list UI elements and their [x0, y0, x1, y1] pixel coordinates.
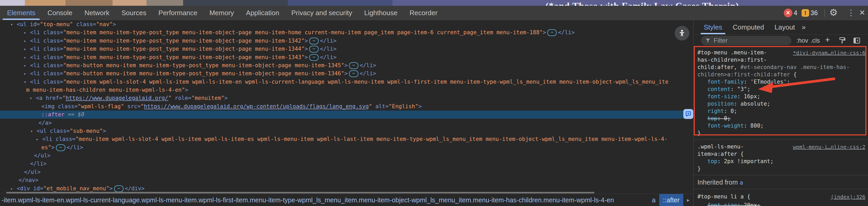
expand-inline-button[interactable]: ⋯ [349, 62, 359, 69]
styles-filter-input[interactable]: Filter [701, 36, 792, 45]
horizontal-scrollbar[interactable] [6, 192, 594, 194]
devtools-tab-performance[interactable]: Performance [153, 6, 204, 20]
dom-tree-row[interactable]: m menu-item-has-children menu-item-wpml-… [0, 86, 693, 94]
devtools-tab-memory[interactable]: Memory [203, 6, 240, 20]
dom-tree-row[interactable]: es">⋯</li> [0, 143, 693, 151]
css-rule[interactable]: *divi-dynam…nline-css:6#top-menu .menu-i… [694, 47, 868, 138]
dom-tree-row[interactable]: </li> [0, 160, 693, 168]
css-selector[interactable]: item>a:after { [698, 150, 865, 158]
toggle-sidebar-icon[interactable] [853, 37, 861, 45]
breadcrumb-anchor-crumb[interactable]: a [652, 194, 656, 206]
dom-tree-row[interactable]: <img class="wpml-ls-flag" src="https://w… [0, 102, 693, 111]
dom-tree-row[interactable]: ▸<li class="menu-item menu-item-type-pos… [0, 29, 693, 37]
css-property[interactable]: font-size: 20px; [698, 201, 865, 206]
devtools-tab-network[interactable]: Network [79, 6, 115, 20]
dom-tree-row[interactable]: ▾<ul id="top-menu" class="nav"> [0, 21, 693, 29]
collapse-arrow-icon[interactable]: ▾ [24, 78, 26, 86]
dom-tree-row[interactable]: ▾<ul class="sub-menu"> [0, 127, 693, 135]
settings-gear-icon[interactable]: ⚙ [829, 7, 838, 18]
expand-arrow-icon[interactable]: ▸ [10, 184, 13, 193]
devtools-tab-application[interactable]: Application [240, 6, 285, 20]
sidebar-tab-layout[interactable]: Layout [769, 20, 800, 35]
more-tabs-chevron-icon[interactable]: » [800, 23, 807, 31]
ai-chat-bubble-icon [685, 111, 692, 117]
breadcrumb-selected-crumb[interactable]: ::after [659, 194, 683, 206]
section-divider [694, 175, 868, 175]
css-property[interactable]: position: absolute; [698, 100, 865, 107]
devtools-tab-elements[interactable]: Elements [1, 6, 41, 20]
dom-tree-row[interactable]: ▸<li class="menu-item menu-item-type-pos… [0, 45, 693, 53]
devtools-tab-console[interactable]: Console [41, 6, 78, 20]
dom-tree-row[interactable]: ▾<li class="menu-item wpml-ls-slot-4 wpm… [0, 78, 693, 86]
dom-tree-row[interactable]: ▸<li class="menu-item menu-item-type-pos… [0, 37, 693, 45]
css-property[interactable]: right: 0; [698, 107, 865, 115]
css-selector[interactable]: children>a:first-child:after { [698, 71, 865, 78]
more-options-icon[interactable]: ⋮ [847, 8, 855, 17]
dom-tree-row[interactable]: </ul> [0, 151, 693, 160]
dom-tree-row[interactable]: ▸<li class="menu-item wpml-ls-slot-4 wpm… [0, 135, 693, 143]
stylesheet-source-link[interactable]: *divi-dynam…nline-css:6 [793, 49, 865, 57]
code-token-link[interactable]: https://www.dupagelegalaid.org/ [66, 95, 168, 101]
expand-inline-button[interactable]: ⋯ [547, 29, 557, 36]
dom-tree-row[interactable]: </a> [0, 119, 693, 127]
css-property[interactable]: font-weight: 800; [698, 122, 865, 129]
expand-arrow-icon[interactable]: ▸ [36, 135, 39, 143]
dom-tree-row[interactable]: </nav> [0, 176, 693, 184]
rendering-paint-icon[interactable] [838, 37, 846, 45]
expand-inline-button[interactable]: ⋯ [349, 70, 359, 77]
css-rule[interactable]: (index):326#top-menu li a {font-size: 20… [694, 190, 868, 206]
css-property[interactable]: top: 2px !important; [698, 158, 865, 165]
close-devtools-icon[interactable]: ✕ [859, 8, 865, 17]
dom-tree-row[interactable]: ▸<li class="menu-button menu-item menu-i… [0, 70, 693, 78]
ai-assistance-button[interactable] [683, 109, 693, 119]
dom-tree-row-selected[interactable]: ::after == $0 [0, 111, 693, 119]
error-count[interactable]: 4 [794, 9, 797, 17]
css-property[interactable]: top: 0; [698, 115, 865, 122]
sidebar-tab-styles[interactable]: Styles [699, 20, 727, 35]
dom-tree-row[interactable]: ▸<li class="menu-button menu-item menu-i… [0, 62, 693, 70]
collapse-arrow-icon[interactable]: ▾ [10, 21, 13, 29]
css-selector[interactable]: child:after, #et-secondary-nav .menu-ite… [698, 64, 865, 71]
stylesheet-source-link[interactable]: (index):326 [831, 193, 865, 201]
expand-arrow-icon[interactable]: ▸ [24, 53, 26, 62]
warning-badge-icon[interactable]: ! [802, 9, 809, 17]
accessibility-widget-icon[interactable] [675, 26, 689, 40]
sidebar-tab-computed[interactable]: Computed [727, 20, 769, 35]
dom-tree-row[interactable]: ▸<li class="menu-item menu-item-type-pos… [0, 53, 693, 62]
error-badge-icon[interactable]: ✕ [784, 9, 793, 17]
expand-inline-button[interactable]: ⋯ [309, 38, 319, 44]
breadcrumb-element-selector[interactable]: -item.wpml-ls-item-en.wpml-ls-current-la… [2, 194, 614, 206]
expand-arrow-icon[interactable]: ▸ [24, 45, 26, 53]
expand-arrow-icon[interactable]: ▸ [24, 70, 26, 78]
new-style-rule-button[interactable]: + [825, 35, 830, 45]
dom-tree-row[interactable]: </ul> [0, 168, 693, 176]
css-property[interactable]: font-family: 'ETmodules'; [698, 78, 865, 85]
expand-arrow-icon[interactable]: ▸ [24, 37, 26, 45]
expand-inline-button[interactable]: ⋯ [309, 54, 319, 61]
css-rule[interactable]: wpml-menu-i…nline-css:2.wpml-ls-menu-ite… [694, 141, 868, 174]
devtools-tab-privacy-and-security[interactable]: Privacy and security [285, 6, 359, 20]
devtools-tab-lighthouse[interactable]: Lighthouse [358, 6, 403, 20]
devtools-tab-recorder[interactable]: Recorder [403, 6, 443, 20]
css-property[interactable]: content: "3"; [698, 85, 865, 93]
expand-arrow-icon[interactable]: ▸ [24, 29, 26, 37]
warning-count[interactable]: 36 [810, 9, 818, 17]
dom-tree-row[interactable]: ▸<div id="et_mobile_nav_menu">⋯</div> [0, 184, 693, 193]
collapse-arrow-icon[interactable]: ▾ [30, 127, 33, 135]
collapse-arrow-icon[interactable]: ▾ [30, 94, 32, 102]
code-token-tag: </li> [360, 62, 376, 68]
code-token-link[interactable]: https://www.dupagelegalaid.org/wp-conten… [144, 103, 369, 109]
expand-arrow-icon[interactable]: ▸ [24, 62, 26, 70]
stylesheet-source-link[interactable]: wpml-menu-i…nline-css:2 [793, 143, 865, 150]
toggle-element-class-button[interactable]: .cls [810, 37, 820, 44]
devtools-tab-sources[interactable]: Sources [115, 6, 152, 20]
css-selector[interactable]: has-children>a:first- [698, 56, 865, 64]
breadcrumb-scroll-button[interactable]: ▸ [687, 194, 690, 206]
toggle-pseudo-state-button[interactable]: :hov [796, 37, 808, 44]
dom-tree-row[interactable]: ▾<a href="https://www.dupagelegalaid.org… [0, 94, 693, 102]
inherited-element-link[interactable]: a [740, 179, 743, 186]
expand-inline-button[interactable]: ⋯ [114, 185, 123, 192]
css-property[interactable]: font-size: 16px; [698, 93, 865, 100]
expand-inline-button[interactable]: ⋯ [56, 144, 65, 151]
expand-inline-button[interactable]: ⋯ [309, 46, 319, 53]
